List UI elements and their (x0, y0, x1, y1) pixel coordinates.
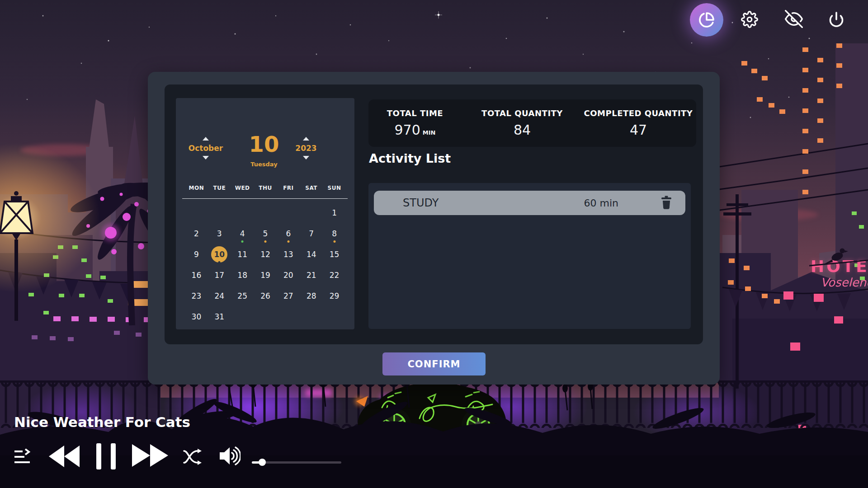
stat-label: COMPLETED QUANTITY (584, 108, 693, 118)
weekday-header: THU (254, 185, 277, 191)
day-summary-dialog: October 10 Tuesday 2023 MONTUEWEDTHUFRIS… (148, 72, 720, 385)
calendar-day-11[interactable]: 11 (231, 244, 254, 265)
calendar-day-31[interactable]: 31 (208, 306, 231, 327)
settings-button[interactable] (740, 9, 760, 29)
day-number: 27 (283, 291, 293, 300)
year-down-arrow[interactable] (303, 156, 309, 160)
calendar-day-28[interactable]: 28 (300, 286, 323, 306)
stat-completed-quantity: COMPLETED QUANTITY47 (584, 99, 693, 147)
track-title: Nice Weather For Cats (14, 414, 190, 430)
month-down-arrow[interactable] (203, 156, 209, 160)
year-label: 2023 (295, 144, 316, 153)
calendar-day-22[interactable]: 22 (323, 265, 346, 286)
calendar-day-9[interactable]: 9 (185, 244, 208, 265)
day-number: 28 (307, 291, 316, 300)
month-stepper: October (179, 137, 233, 160)
playlist-button[interactable] (14, 448, 32, 466)
calendar-day-6[interactable]: 6 (277, 223, 300, 244)
calendar-day-18[interactable]: 18 (231, 265, 254, 286)
stats-button[interactable] (690, 3, 723, 37)
calendar-day-30[interactable]: 30 (185, 306, 208, 327)
calendar-day-27[interactable]: 27 (277, 286, 300, 306)
day-number: 6 (286, 229, 291, 238)
calendar-day-21[interactable]: 21 (300, 265, 323, 286)
calendar-day-16[interactable]: 16 (185, 265, 208, 286)
calendar-day-4[interactable]: 4 (231, 223, 254, 244)
selected-weekday-name: Tuesday (236, 161, 292, 168)
activity-list: STUDY60 min (368, 183, 691, 329)
calendar-day-15[interactable]: 15 (323, 244, 346, 265)
calendar-empty-cell (185, 202, 208, 223)
dialog-content: October 10 Tuesday 2023 MONTUEWEDTHUFRIS… (165, 84, 703, 344)
delete-activity-button[interactable] (660, 196, 674, 210)
day-marker-dot (264, 240, 266, 243)
activity-duration: 60 min (584, 197, 618, 209)
year-stepper: 2023 (279, 137, 333, 160)
calendar-grid: 1234567891011121314151617181920212223242… (185, 202, 346, 327)
day-number: 13 (283, 250, 293, 259)
calendar-day-7[interactable]: 7 (300, 223, 323, 244)
day-marker-dot (241, 240, 244, 243)
calendar-day-26[interactable]: 26 (254, 286, 277, 306)
weekday-header: SAT (300, 185, 323, 191)
calendar-day-5[interactable]: 5 (254, 223, 277, 244)
stat-total-quantity: TOTAL QUANTITY84 (481, 99, 563, 147)
day-number: 23 (192, 291, 202, 300)
calendar-day-12[interactable]: 12 (254, 244, 277, 265)
day-number: 19 (260, 271, 270, 280)
rewind-icon (49, 445, 80, 468)
calendar-day-10[interactable]: 10 (208, 244, 231, 265)
calendar-day-2[interactable]: 2 (185, 223, 208, 244)
activity-list-title: Activity List (369, 151, 451, 165)
month-label: October (189, 144, 223, 153)
gear-icon (741, 11, 758, 28)
day-number: 16 (192, 271, 202, 280)
calendar-empty-cell (231, 202, 254, 223)
year-up-arrow[interactable] (303, 137, 309, 141)
shuffle-button[interactable] (183, 448, 202, 465)
day-number: 31 (214, 312, 224, 321)
pause-icon (96, 443, 117, 469)
day-number: 30 (192, 312, 202, 321)
hide-interface-button[interactable] (783, 9, 804, 29)
pause-button[interactable] (96, 443, 117, 469)
calendar-day-17[interactable]: 17 (208, 265, 231, 286)
fast-forward-button[interactable] (132, 442, 168, 469)
power-button[interactable] (826, 9, 846, 29)
day-number: 18 (237, 271, 247, 280)
calendar-day-25[interactable]: 25 (231, 286, 254, 306)
day-number: 1 (332, 208, 337, 217)
stat-label: TOTAL QUANTITY (481, 108, 563, 118)
confirm-button[interactable]: CONFIRM (382, 352, 486, 375)
shuffle-icon (183, 448, 202, 465)
day-number: 15 (330, 250, 340, 259)
calendar-panel: October 10 Tuesday 2023 MONTUEWEDTHUFRIS… (176, 98, 354, 329)
calendar-day-14[interactable]: 14 (300, 244, 323, 265)
calendar-day-3[interactable]: 3 (208, 223, 231, 244)
weekday-header-row: MONTUEWEDTHUFRISATSUN (185, 185, 346, 191)
rewind-button[interactable] (49, 445, 80, 468)
calendar-day-8[interactable]: 8 (323, 223, 346, 244)
month-up-arrow[interactable] (203, 137, 209, 141)
day-number: 22 (330, 271, 340, 280)
calendar-day-19[interactable]: 19 (254, 265, 277, 286)
calendar-day-13[interactable]: 13 (277, 244, 300, 265)
calendar-day-29[interactable]: 29 (323, 286, 346, 306)
calendar-empty-cell (254, 202, 277, 223)
fast-forward-icon (132, 442, 168, 469)
playlist-icon (14, 448, 32, 466)
stat-value: 47 (630, 122, 647, 138)
calendar-day-23[interactable]: 23 (185, 286, 208, 306)
volume-thumb[interactable] (259, 459, 266, 466)
calendar-day-24[interactable]: 24 (208, 286, 231, 306)
weekday-header: FRI (277, 185, 300, 191)
volume-slider[interactable] (252, 459, 341, 466)
weekday-header: MON (185, 185, 208, 191)
day-number: 4 (240, 229, 245, 238)
day-number: 12 (260, 250, 270, 259)
svg-text:Voselend: Voselend (821, 276, 868, 289)
day-number: 17 (214, 271, 224, 280)
calendar-day-20[interactable]: 20 (277, 265, 300, 286)
calendar-day-1[interactable]: 1 (323, 202, 346, 223)
volume-button[interactable] (220, 446, 241, 466)
